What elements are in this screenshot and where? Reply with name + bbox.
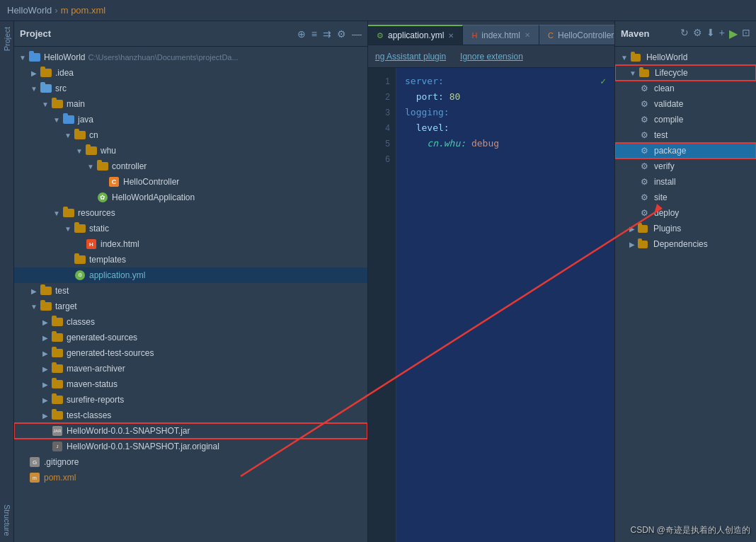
settings-icon[interactable]: ⚙ [337, 28, 346, 40]
code-content[interactable]: server: ✓ port: 80 logging: level: cn.wh… [396, 68, 614, 542]
tree-item-classes[interactable]: ▶ classes [14, 314, 367, 330]
classes-label: classes [67, 317, 95, 327]
hellocontroller-icon: C [108, 176, 120, 188]
classes-arrow: ▶ [40, 318, 51, 326]
tree-item-idea[interactable]: ▶ .idea [14, 65, 367, 81]
code-line-6 [405, 151, 606, 167]
tree-item-templates[interactable]: templates [14, 252, 367, 267]
maven-run-button[interactable]: ▶ [729, 27, 738, 40]
file-name: m pom.xml [61, 5, 106, 16]
maven-plugins-folder-icon [638, 225, 648, 233]
tab-hellocontroller[interactable]: C HelloController.java ✕ [539, 25, 614, 45]
maven-expand-icon[interactable]: ⊡ [742, 27, 750, 40]
tree-item-cn[interactable]: ▼ cn [14, 127, 367, 143]
project-tab-label[interactable]: Project [3, 21, 11, 57]
maven-item-package[interactable]: ⚙ package [615, 143, 756, 158]
structure-tab-label[interactable]: Structure [3, 499, 11, 542]
ignore-extension-link[interactable]: Ignore extension [460, 52, 523, 62]
maven-package-gear: ⚙ [641, 146, 648, 156]
maven-item-deploy[interactable]: ⚙ deploy [615, 205, 756, 221]
tree-item-indexhtml[interactable]: H index.html [14, 236, 367, 252]
indexhtml-label: index.html [101, 239, 139, 249]
port-val: 80 [449, 91, 461, 102]
tree-item-test-classes[interactable]: ▶ test-classes [14, 408, 367, 423]
level-key: level: [405, 122, 449, 133]
project-header-icons: ⊕ ≡ ⇉ ⚙ — [297, 28, 362, 40]
tree-item-applicationyml[interactable]: ⚙ application.yml [14, 267, 367, 283]
helloworldapp-label: HelloWorldApplication [112, 192, 195, 202]
src-label: src [55, 83, 67, 93]
maven-item-install[interactable]: ⚙ install [615, 174, 756, 190]
maven-item-test[interactable]: ⚙ test [615, 127, 756, 143]
maven-item-plugins[interactable]: ▶ Plugins [615, 221, 756, 236]
maven-install-gear: ⚙ [641, 177, 648, 187]
project-tree: ▼ HelloWorld C:\Users\hanzhuan\Documents… [14, 47, 367, 542]
tab-html-close[interactable]: ✕ [525, 31, 530, 39]
tree-item-main[interactable]: ▼ main [14, 96, 367, 112]
test-classes-label: test-classes [67, 410, 111, 420]
tree-item-resources[interactable]: ▼ resources [14, 205, 367, 221]
tree-item-test[interactable]: ▶ test [14, 283, 367, 299]
tree-item-helloworld-jar-original[interactable]: J HelloWorld-0.0.1-SNAPSHOT.jar.original [14, 439, 367, 454]
tree-item-maven-status[interactable]: ▶ maven-status [14, 376, 367, 392]
maven-deps-folder-icon [638, 241, 648, 248]
tab-yml-label: application.yml [388, 30, 444, 40]
maven-lifecycle-folder-icon [639, 69, 649, 77]
maven-settings-icon[interactable]: ⚙ [693, 27, 702, 40]
maven-download-icon[interactable]: ⬇ [706, 27, 715, 40]
tree-item-hellocontroller[interactable]: C HelloController [14, 174, 367, 190]
maven-add-icon[interactable]: + [719, 27, 725, 40]
tree-item-maven-archiver[interactable]: ▶ maven-archiver [14, 361, 367, 376]
tree-item-gitignore[interactable]: G .gitignore [14, 454, 367, 470]
tab-applicationyml[interactable]: ⚙ application.yml ✕ [368, 25, 463, 45]
assistant-plugin-link[interactable]: ng Assistant plugin [375, 52, 446, 62]
globe-icon[interactable]: ⊕ [297, 28, 306, 40]
tree-item-root[interactable]: ▼ HelloWorld C:\Users\hanzhuan\Documents… [14, 50, 367, 65]
jar-orig-icon: J [51, 441, 64, 452]
maven-item-site[interactable]: ⚙ site [615, 190, 756, 205]
tree-item-java[interactable]: ▼ java [14, 112, 367, 127]
maven-item-clean[interactable]: ⚙ clean [615, 81, 756, 96]
tab-java-label: HelloController.java [558, 30, 614, 40]
tree-item-pomxml[interactable]: m pom.xml [14, 470, 367, 485]
maven-item-validate[interactable]: ⚙ validate [615, 96, 756, 112]
tree-item-src[interactable]: ▼ src [14, 81, 367, 96]
line-num-4: 4 [368, 120, 390, 136]
maven-item-dependencies[interactable]: ▶ Dependencies [615, 236, 756, 252]
tree-item-helloworldapp[interactable]: ✿ HelloWorldApplication [14, 190, 367, 205]
tree-item-static[interactable]: ▼ static [14, 221, 367, 236]
maven-root-label: HelloWorld [646, 52, 687, 62]
tree-item-helloworld-jar[interactable]: JAR HelloWorld-0.0.1-SNAPSHOT.jar [14, 423, 367, 439]
templates-folder-icon [74, 254, 86, 265]
maven-item-compile[interactable]: ⚙ compile [615, 112, 756, 127]
maven-refresh-icon[interactable]: ↻ [680, 27, 689, 40]
maven-compile-gear: ⚙ [641, 115, 648, 125]
tab-yml-close[interactable]: ✕ [448, 32, 454, 40]
maven-item-lifecycle[interactable]: ▼ Lifecycle [615, 65, 756, 81]
tree-item-target[interactable]: ▼ target [14, 299, 367, 314]
editor-banner: ng Assistant plugin Ignore extension [368, 45, 614, 68]
maven-item-verify[interactable]: ⚙ verify [615, 158, 756, 174]
controller-label: controller [112, 161, 147, 171]
tree-item-whu[interactable]: ▼ whu [14, 143, 367, 158]
tree-item-controller[interactable]: ▼ controller [14, 158, 367, 174]
tree-item-surefire-reports[interactable]: ▶ surefire-reports [14, 392, 367, 408]
maven-item-root[interactable]: ▼ HelloWorld [615, 50, 756, 65]
tree-item-generated-test-sources[interactable]: ▶ generated-test-sources [14, 345, 367, 361]
maven-test-gear: ⚙ [641, 130, 648, 140]
collapse-icon[interactable]: ⇉ [323, 28, 331, 40]
tab-indexhtml[interactable]: H index.html ✕ [463, 25, 539, 45]
maven-site-gear: ⚙ [641, 192, 648, 202]
test-classes-arrow: ▶ [40, 412, 51, 420]
idea-arrow: ▶ [28, 69, 40, 77]
applicationyml-label: application.yml [89, 270, 145, 280]
test-folder-icon [40, 285, 52, 296]
list-icon[interactable]: ≡ [311, 28, 317, 40]
main-label: main [67, 99, 85, 109]
indexhtml-icon: H [85, 238, 98, 250]
resources-label: resources [78, 208, 115, 218]
tab-bar: ⚙ application.yml ✕ H index.html ✕ C Hel… [368, 21, 614, 45]
maven-status-arrow: ▶ [40, 381, 51, 388]
tree-item-generated-sources[interactable]: ▶ generated-sources [14, 330, 367, 345]
close-icon[interactable]: — [352, 28, 362, 40]
